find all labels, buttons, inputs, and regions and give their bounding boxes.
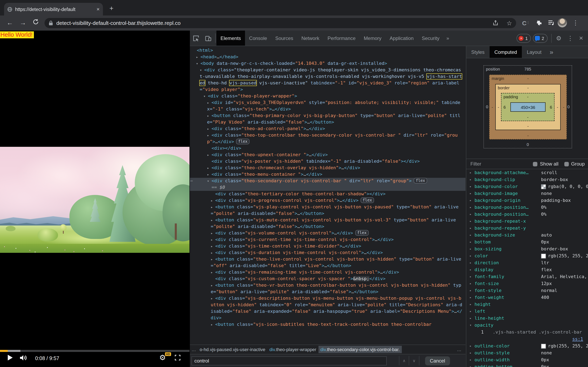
flex-badge[interactable]: flex	[414, 178, 427, 184]
computed-property-row[interactable]: ▸height	[466, 301, 588, 308]
box-model-content[interactable]: 450×36	[510, 102, 545, 112]
property-expand-arrow-icon[interactable]: ▸	[470, 356, 475, 363]
dom-tree-node[interactable]: ▸<div class="theo-top-controlbar theo-se…	[190, 132, 466, 145]
breadcrumb-item[interactable]: div.theo-player-wrapper	[268, 346, 319, 353]
expand-arrow-icon[interactable]: ▸	[207, 100, 212, 106]
expand-arrow-icon[interactable]: ▾	[196, 60, 200, 67]
computed-property-row[interactable]: ▸outline-colorrgb(255, 255, 255)	[466, 342, 588, 350]
computed-property-row[interactable]: ▸font-weight400	[466, 294, 588, 301]
device-toolbar-icon[interactable]	[202, 31, 214, 46]
colorzilla-extension-icon[interactable]: C⋮	[521, 18, 531, 28]
dom-tree-node[interactable]: ▾<div class="theoplayer-container video-…	[190, 67, 466, 93]
flex-badge[interactable]: flex	[355, 230, 369, 236]
flex-badge[interactable]: flex	[236, 139, 250, 144]
property-expand-arrow-icon[interactable]: ▸	[470, 287, 475, 294]
search-cancel-button[interactable]: Cancel	[425, 356, 450, 365]
dom-tree-node[interactable]: ▸<div class="vjs-remaining-time vjs-time…	[190, 269, 466, 276]
computed-property-row[interactable]: ▸bottom0px	[466, 239, 588, 245]
devtools-tab-performance[interactable]: Performance	[323, 31, 360, 46]
property-expand-arrow-icon[interactable]: ▸	[470, 176, 475, 183]
computed-property-row[interactable]: ▸line-height	[466, 315, 588, 322]
computed-property-row[interactable]: ▸colorrgb(255, 255, 255)	[466, 252, 588, 259]
search-previous-icon[interactable]: ∧	[399, 356, 409, 365]
dom-tree-node[interactable]: ▸<button class="vjs-play-control vjs-con…	[190, 204, 466, 217]
breadcrumb-overflow-left[interactable]: …	[190, 347, 198, 352]
search-next-icon[interactable]: ∨	[409, 356, 419, 365]
property-expand-arrow-icon[interactable]: ▸	[470, 239, 475, 245]
computed-property-row[interactable]: ▸font-stylenormal	[466, 287, 588, 294]
dom-tree-node[interactable]: ▸<div class="vjs-current-time vjs-time-c…	[190, 236, 466, 243]
property-expand-arrow-icon[interactable]: ▸	[470, 183, 475, 190]
error-count-badge[interactable]: × 1	[517, 34, 531, 43]
stylesheet-source-link[interactable]: ss:1	[572, 336, 583, 342]
forward-button[interactable]: →	[20, 19, 26, 26]
expand-arrow-icon[interactable]: ▾	[203, 93, 208, 100]
dom-tree-node[interactable]: ▸<button class="theo-primary-color vjs-b…	[190, 113, 466, 125]
computed-property-row[interactable]: ▸font-familyArial, Helvetica,	[466, 273, 588, 280]
expand-arrow-icon[interactable]: ▸	[207, 113, 212, 119]
group-checkbox[interactable]	[564, 162, 569, 166]
share-icon[interactable]	[492, 20, 498, 26]
computed-property-row[interactable]: ▾opacity	[466, 322, 588, 329]
expand-arrow-icon[interactable]: ▸	[211, 269, 215, 276]
expand-arrow-icon[interactable]: ▾	[207, 178, 212, 184]
breadcrumb-item[interactable]: div.theo-secondary-color.vjs-control-bar…	[318, 346, 402, 353]
sidebar-tab-computed[interactable]: Computed	[489, 46, 522, 58]
filter-placeholder[interactable]: Filter	[470, 161, 481, 167]
expand-arrow-icon[interactable]: ▸	[211, 230, 215, 236]
dom-tree-node[interactable]: <div class="theo-tertiary-color theo-con…	[190, 191, 466, 197]
property-expand-arrow-icon[interactable]: ▸	[470, 273, 475, 280]
property-expand-arrow-icon[interactable]: ▸	[470, 190, 475, 197]
devtools-close-icon[interactable]: ×	[576, 34, 586, 42]
expand-arrow-icon[interactable]: ▸	[207, 165, 212, 171]
devtools-tab-network[interactable]: Network	[297, 31, 323, 46]
property-expand-arrow-icon[interactable]: ▸	[470, 204, 475, 211]
dom-tree-node[interactable]: ▸<div class="theo-ad-control-panel">…</d…	[190, 125, 466, 132]
color-swatch[interactable]	[541, 343, 546, 349]
dom-tree-node[interactable]: ▸<head>…</head>	[190, 54, 466, 60]
dom-tree-node[interactable]: <div class="vjs-poster vjs-hidden" tabin…	[190, 158, 466, 165]
dom-tree-node[interactable]: ▸<div class="theo-chromecast-overlay vjs…	[190, 165, 466, 171]
dom-tree-node[interactable]: <div></div>	[190, 145, 466, 152]
computed-property-row[interactable]: ▸directionltr	[466, 259, 588, 266]
computed-property-row[interactable]: ▸background-repeat-y	[466, 225, 588, 232]
volume-button[interactable]	[20, 354, 27, 361]
sidebar-more-tabs-chevron[interactable]: »	[546, 46, 557, 58]
devtools-tab-sources[interactable]: Sources	[271, 31, 297, 46]
expand-arrow-icon[interactable]: ▸	[211, 256, 215, 263]
dom-tree-node[interactable]: <div class="vjs-custom-control-spacer vj…	[190, 276, 466, 282]
browser-menu-kebab-icon[interactable]: ⋮	[572, 19, 579, 26]
sidebar-tab-layout[interactable]: Layout	[522, 46, 546, 58]
computed-property-row[interactable]: ▸background-position-x0%	[466, 204, 588, 211]
color-swatch[interactable]	[541, 184, 546, 189]
back-button[interactable]: ←	[7, 19, 13, 26]
computed-property-row[interactable]: ▸box-sizingborder-box	[466, 245, 588, 252]
dom-tree-node[interactable]: ▸<button class="theo-live-control vjs-co…	[190, 256, 466, 269]
inspect-element-icon[interactable]	[190, 31, 202, 46]
node-menu-dots[interactable]: ⋯	[190, 178, 193, 184]
message-count-badge[interactable]: 2	[533, 34, 547, 43]
dom-tree-node[interactable]: ▸<div class="theo-menu-container ">…</di…	[190, 171, 466, 178]
expand-arrow-icon[interactable]: ▸	[211, 204, 215, 210]
property-expand-arrow-icon[interactable]: ▸	[470, 342, 475, 350]
property-expand-arrow-icon[interactable]: ▸	[470, 315, 475, 322]
dom-tree-node[interactable]: ▾<body data-new-gr-c-s-check-loaded="14.…	[190, 60, 466, 67]
media-playlist-icon[interactable]	[546, 18, 556, 28]
expand-arrow-icon[interactable]: ▸	[211, 282, 215, 289]
video-progress-bar[interactable]	[0, 350, 190, 352]
computed-property-row[interactable]: ▸background-colorrgba(0, 0, 0, 0)	[466, 183, 588, 190]
expand-arrow-icon[interactable]: ▸	[207, 125, 212, 132]
url-bar[interactable]: detect-visibility-default-control-bar.th…	[44, 18, 516, 28]
more-tabs-chevron[interactable]: »	[443, 31, 452, 46]
dom-tree-node[interactable]: ▸<button class="vjs-mute-control vjs-con…	[190, 217, 466, 230]
dom-tree-node[interactable]: ▸<button class="vjs-icon-subtitles theo-…	[190, 321, 466, 328]
dom-tree-node[interactable]: ▸<div class="vjs-progress-control vjs-co…	[190, 197, 466, 204]
expand-arrow-icon[interactable]: ▸	[211, 243, 215, 250]
property-expand-arrow-icon[interactable]: ▸	[470, 245, 475, 252]
bookmark-star-icon[interactable]: ☆	[507, 20, 512, 26]
devtools-settings-gear-icon[interactable]: ⚙	[553, 34, 564, 42]
expand-arrow-icon[interactable]: ▸	[207, 132, 212, 139]
computed-property-row[interactable]: ▸left	[466, 308, 588, 315]
property-expand-arrow-icon[interactable]: ▸	[470, 308, 475, 315]
property-expand-arrow-icon[interactable]: ▸	[470, 218, 475, 225]
